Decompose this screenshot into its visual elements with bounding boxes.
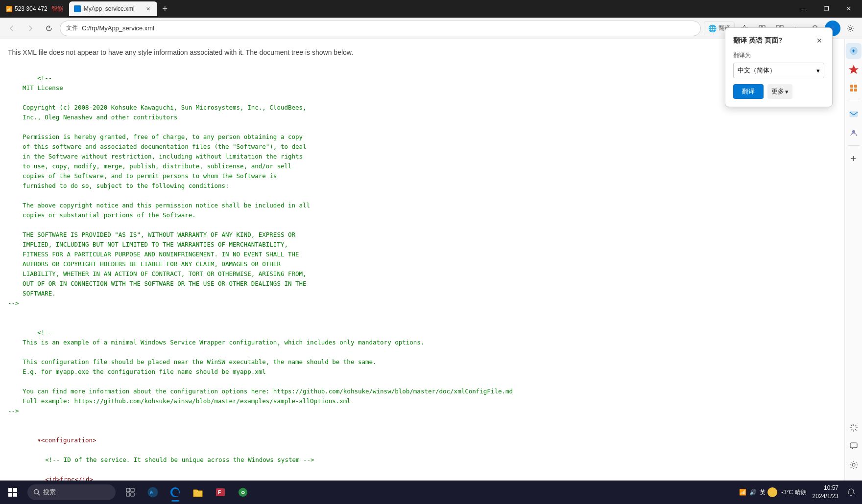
selected-language: 中文（简体） bbox=[738, 66, 776, 75]
ie-taskbar-icon[interactable]: e bbox=[142, 481, 164, 503]
xml-configuration-open: ▾<configuration> bbox=[37, 436, 96, 444]
svg-text:F: F bbox=[218, 490, 221, 495]
network-icon[interactable]: 📶 bbox=[739, 489, 746, 496]
title-bar: 📶 523 304 472 智能 MyApp_service.xml ✕ + —… bbox=[0, 0, 862, 18]
weather-icon bbox=[767, 487, 777, 497]
translate-button-row: 翻译 更多 ▾ bbox=[733, 84, 824, 99]
date-display: 2024/1/23 bbox=[813, 492, 838, 501]
settings-sidebar-icon[interactable] bbox=[846, 457, 862, 473]
volume-icon[interactable]: 🔊 bbox=[749, 489, 757, 496]
collections-sidebar-icon[interactable] bbox=[846, 80, 862, 96]
tab-bar: MyApp_service.xml ✕ + bbox=[69, 1, 790, 16]
svg-rect-26 bbox=[126, 493, 130, 496]
taskbar-search[interactable]: 搜索 bbox=[27, 484, 116, 500]
svg-rect-14 bbox=[854, 89, 857, 92]
taskbar-apps: e F ✿ bbox=[120, 481, 254, 503]
feedback-sidebar-icon[interactable] bbox=[846, 438, 862, 454]
favorites-sidebar-icon[interactable] bbox=[846, 62, 862, 77]
xml-id: <id>frpc</id> bbox=[37, 476, 93, 481]
copilot-sidebar-icon[interactable]: ✦ bbox=[846, 43, 862, 59]
back-button[interactable] bbox=[4, 21, 20, 36]
sidebar-divider-1 bbox=[848, 101, 860, 101]
reload-button[interactable] bbox=[41, 21, 57, 36]
svg-text:✦: ✦ bbox=[851, 48, 856, 54]
svg-rect-19 bbox=[8, 488, 12, 492]
window-controls: — ❐ ✕ bbox=[792, 0, 860, 18]
svg-rect-17 bbox=[850, 443, 857, 448]
taskview-button[interactable] bbox=[120, 481, 141, 503]
signal-text: 523 304 472 bbox=[15, 5, 48, 12]
browser-window: 📶 523 304 472 智能 MyApp_service.xml ✕ + —… bbox=[0, 0, 862, 481]
tab-close-button[interactable]: ✕ bbox=[144, 5, 152, 13]
more-dropdown-icon: ▾ bbox=[785, 88, 789, 95]
sidebar-divider-2 bbox=[848, 145, 860, 146]
taskbar: 搜索 e F ✿ 📶 🔊 英 -3°C 晴朗 10 bbox=[0, 481, 862, 504]
popup-close-button[interactable]: ✕ bbox=[814, 36, 824, 46]
explorer-taskbar-icon[interactable] bbox=[187, 481, 209, 503]
xml-content: <!-- MIT License Copyright (c) 2008-2020… bbox=[8, 64, 837, 481]
add-sidebar-icon[interactable]: + bbox=[846, 151, 862, 166]
notification-button[interactable] bbox=[844, 485, 858, 499]
forward-button[interactable] bbox=[23, 21, 38, 36]
dropdown-arrow-icon: ▾ bbox=[816, 67, 820, 74]
time-display: 10:57 bbox=[813, 484, 838, 492]
url-text: C:/frp/MyApp_service.xml bbox=[82, 24, 694, 32]
svg-rect-21 bbox=[8, 493, 12, 497]
settings-button[interactable] bbox=[842, 21, 858, 36]
address-bar[interactable]: 文件 C:/frp/MyApp_service.xml bbox=[60, 21, 701, 36]
tab-title: MyApp_service.xml bbox=[84, 5, 142, 12]
customise-sidebar-icon[interactable] bbox=[846, 420, 862, 435]
tab-favicon bbox=[74, 5, 81, 12]
translate-to-label: 翻译为 bbox=[733, 51, 824, 60]
svg-rect-27 bbox=[131, 493, 134, 496]
minimize-button[interactable]: — bbox=[792, 0, 815, 18]
main-content: This XML file does not appear to have an… bbox=[0, 39, 844, 481]
active-tab[interactable]: MyApp_service.xml ✕ bbox=[69, 1, 157, 16]
info-bar: This XML file does not appear to have an… bbox=[8, 47, 837, 58]
translate-popup: 翻译 英语 页面? ✕ 翻译为 中文（简体） ▾ 翻译 更多 ▾ bbox=[725, 27, 833, 107]
svg-text:e: e bbox=[150, 489, 153, 495]
svg-rect-24 bbox=[126, 488, 130, 492]
edge-sidebar: ✦ + bbox=[844, 39, 862, 481]
svg-rect-12 bbox=[854, 85, 857, 88]
search-placeholder: 搜索 bbox=[43, 488, 56, 497]
temperature-text: -3°C 晴朗 bbox=[781, 488, 806, 497]
clock[interactable]: 10:57 2024/1/23 bbox=[809, 484, 842, 501]
outlook-sidebar-icon[interactable] bbox=[846, 106, 862, 122]
new-tab-button[interactable]: + bbox=[158, 2, 172, 16]
svg-rect-22 bbox=[13, 493, 17, 497]
popup-header: 翻译 英语 页面? ✕ bbox=[733, 36, 824, 46]
popup-title: 翻译 英语 页面? bbox=[733, 36, 782, 45]
svg-rect-20 bbox=[13, 488, 17, 492]
taskbar-right: 📶 🔊 英 -3°C 晴朗 10:57 2024/1/23 bbox=[739, 484, 862, 501]
protocol-label: 文件 bbox=[66, 24, 78, 32]
svg-rect-11 bbox=[850, 85, 853, 88]
svg-rect-15 bbox=[850, 111, 858, 117]
weather-area[interactable]: -3°C 晴朗 bbox=[767, 487, 806, 497]
status-label: 智能 bbox=[51, 5, 63, 13]
app5-taskbar-icon[interactable]: ✿ bbox=[232, 481, 254, 503]
translate-icon: 🌐 bbox=[708, 24, 717, 32]
svg-point-23 bbox=[34, 490, 39, 494]
signal-info: 📶 523 304 472 智能 bbox=[2, 5, 67, 13]
svg-point-16 bbox=[852, 130, 855, 133]
svg-point-8 bbox=[849, 27, 852, 29]
systray: 📶 🔊 英 bbox=[739, 488, 766, 497]
svg-rect-25 bbox=[131, 488, 134, 492]
filemanager-taskbar-icon[interactable]: F bbox=[210, 481, 231, 503]
start-button[interactable] bbox=[0, 481, 25, 504]
edge-taskbar-icon[interactable] bbox=[165, 481, 186, 503]
svg-rect-13 bbox=[850, 89, 853, 92]
translate-confirm-button[interactable]: 翻译 bbox=[733, 84, 764, 99]
svg-point-18 bbox=[852, 463, 855, 466]
xml-comment-example: <!-- This is an example of a minimal Win… bbox=[8, 329, 513, 414]
svg-text:✿: ✿ bbox=[241, 490, 245, 495]
close-button[interactable]: ✕ bbox=[838, 0, 860, 18]
xml-comment-mit: <!-- MIT License Copyright (c) 2008-2020… bbox=[8, 74, 310, 307]
teams-sidebar-icon[interactable] bbox=[846, 125, 862, 140]
language-select[interactable]: 中文（简体） ▾ bbox=[733, 63, 824, 78]
translate-more-button[interactable]: 更多 ▾ bbox=[767, 84, 792, 99]
lang-indicator[interactable]: 英 bbox=[760, 488, 766, 497]
restore-button[interactable]: ❐ bbox=[815, 0, 838, 18]
more-label: 更多 bbox=[771, 87, 784, 96]
